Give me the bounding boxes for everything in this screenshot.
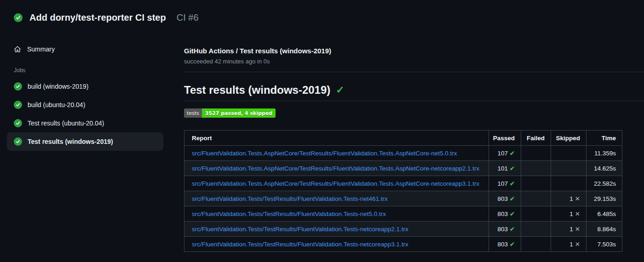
passed-count: 101: [498, 165, 508, 172]
report-link[interactable]: src/FluentValidation.Tests/TestResults/F…: [192, 241, 408, 248]
table-row: src/FluentValidation.Tests/TestResults/F…: [184, 191, 622, 206]
sidebar-job-item[interactable]: build (ubuntu-20.04): [7, 96, 163, 114]
passed-cell: 803✔: [489, 222, 521, 237]
main-content: GitHub Actions / Test results (windows-2…: [163, 42, 644, 252]
time-value: 14.625s: [594, 165, 616, 172]
heading-success-check-icon: ✓: [336, 85, 344, 95]
passed-cell: 107✔: [489, 176, 521, 191]
skipped-cell: 1✕: [551, 222, 586, 237]
report-link[interactable]: src/FluentValidation.Tests.AspNetCore/Te…: [192, 165, 479, 172]
passed-cell: 107✔: [489, 146, 521, 161]
table-row: src/FluentValidation.Tests/TestResults/F…: [184, 237, 622, 252]
heading-divider: [184, 101, 644, 101]
jobs-list: build (windows-2019)build (ubuntu-20.04)…: [7, 77, 163, 151]
column-header-passed: Passed: [489, 131, 521, 146]
passed-check-icon: ✔: [510, 211, 515, 217]
skipped-cross-icon: ✕: [575, 241, 580, 248]
job-label: Test results (windows-2019): [28, 138, 113, 145]
success-check-icon: [14, 137, 22, 146]
passed-count: 803: [498, 241, 508, 248]
time-cell: 29.153s: [586, 191, 622, 206]
passed-cell: 803✔: [489, 237, 521, 252]
failed-cell: [521, 222, 551, 237]
passed-cell: 803✔: [489, 206, 521, 222]
failed-cell: [521, 237, 551, 252]
column-header-report: Report: [184, 131, 489, 146]
report-link[interactable]: src/FluentValidation.Tests.AspNetCore/Te…: [192, 150, 457, 157]
column-header-skipped: Skipped: [551, 131, 586, 146]
sidebar: Summary Jobs build (windows-2019)build (…: [0, 42, 163, 252]
table-row: src/FluentValidation.Tests/TestResults/F…: [184, 206, 622, 222]
report-link[interactable]: src/FluentValidation.Tests/TestResults/F…: [192, 211, 386, 217]
header-divider: [184, 72, 644, 72]
table-row: src/FluentValidation.Tests.AspNetCore/Te…: [184, 161, 622, 176]
report-link[interactable]: src/FluentValidation.Tests/TestResults/F…: [192, 195, 388, 202]
run-title: Add dorny/test-reporter CI step: [29, 12, 166, 23]
passed-cell: 101✔: [489, 161, 521, 176]
sidebar-item-summary[interactable]: Summary: [7, 42, 163, 56]
passed-check-icon: ✔: [510, 180, 515, 187]
job-label: build (ubuntu-20.04): [28, 101, 85, 108]
failed-cell: [521, 191, 551, 206]
report-link[interactable]: src/FluentValidation.Tests.AspNetCore/Te…: [192, 180, 479, 187]
test-results-table: ReportPassedFailedSkippedTime src/Fluent…: [184, 130, 622, 252]
check-run-title: GitHub Actions / Test results (windows-2…: [184, 47, 644, 55]
success-check-icon: [14, 82, 22, 91]
jobs-section-label: Jobs: [14, 67, 163, 74]
job-label: Test results (ubuntu-20.04): [28, 120, 104, 127]
table-header-row: ReportPassedFailedSkippedTime: [184, 131, 622, 146]
skipped-cell: 1✕: [551, 191, 586, 206]
passed-count: 803: [498, 211, 508, 217]
report-link[interactable]: src/FluentValidation.Tests/TestResults/F…: [192, 226, 408, 233]
passed-check-icon: ✔: [510, 241, 515, 248]
run-success-check-icon: [14, 13, 23, 22]
passed-count: 107: [498, 150, 508, 157]
success-check-icon: [14, 119, 22, 127]
time-cell: 11.359s: [586, 146, 622, 161]
passed-count: 803: [498, 195, 508, 202]
passed-count: 107: [498, 180, 508, 187]
skipped-cross-icon: ✕: [575, 211, 580, 217]
tests-badge-label: tests: [184, 108, 202, 118]
time-value: 8.864s: [597, 226, 616, 233]
skipped-count: 1: [569, 211, 573, 217]
skipped-cell: 1✕: [551, 237, 586, 252]
time-value: 7.503s: [597, 241, 616, 248]
table-row: src/FluentValidation.Tests.AspNetCore/Te…: [184, 176, 622, 191]
sidebar-job-item[interactable]: Test results (windows-2019): [7, 132, 163, 151]
passed-cell: 803✔: [489, 191, 521, 206]
time-value: 29.153s: [594, 195, 616, 202]
skipped-cross-icon: ✕: [575, 226, 580, 233]
tests-badge[interactable]: tests 3527 passed, 4 skipped: [184, 108, 276, 118]
column-header-time: Time: [586, 131, 622, 146]
tests-badge-value: 3527 passed, 4 skipped: [202, 108, 276, 118]
passed-check-icon: ✔: [510, 195, 515, 202]
success-check-icon: [14, 101, 22, 109]
skipped-count: 1: [569, 226, 573, 233]
failed-cell: [521, 176, 551, 191]
sidebar-job-item[interactable]: build (windows-2019): [7, 77, 163, 96]
table-body: src/FluentValidation.Tests.AspNetCore/Te…: [184, 146, 622, 252]
failed-cell: [521, 161, 551, 176]
table-row: src/FluentValidation.Tests/TestResults/F…: [184, 222, 622, 237]
sidebar-summary-label: Summary: [27, 46, 55, 53]
time-value: 22.582s: [594, 180, 616, 187]
passed-check-icon: ✔: [510, 165, 515, 172]
skipped-cell: [551, 176, 586, 191]
skipped-cell: 1✕: [551, 206, 586, 222]
time-cell: 7.503s: [586, 237, 622, 252]
home-icon: [14, 46, 21, 53]
skipped-count: 1: [569, 195, 573, 202]
passed-count: 803: [498, 226, 508, 233]
failed-cell: [521, 206, 551, 222]
passed-check-icon: ✔: [510, 226, 515, 233]
column-header-failed: Failed: [521, 131, 551, 146]
passed-check-icon: ✔: [510, 150, 515, 157]
time-cell: 8.864s: [586, 222, 622, 237]
time-value: 6.485s: [597, 211, 616, 217]
check-run-header: GitHub Actions / Test results (windows-2…: [184, 47, 644, 65]
sidebar-job-item[interactable]: Test results (ubuntu-20.04): [7, 114, 163, 132]
skipped-cell: [551, 146, 586, 161]
time-cell: 6.485s: [586, 206, 622, 222]
skipped-cell: [551, 161, 586, 176]
